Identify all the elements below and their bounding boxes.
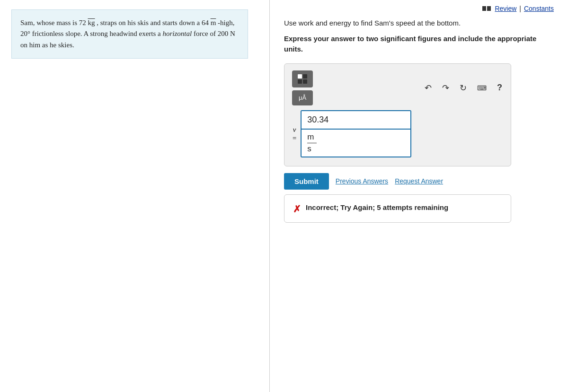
buttons-row: Submit Previous Answers Request Answer <box>284 173 554 190</box>
feedback-box: ✗ Incorrect; Try Again; 5 attempts remai… <box>284 194 511 223</box>
horizontal-em: horizontal <box>163 30 192 37</box>
grid-button[interactable] <box>292 70 313 87</box>
keyboard-button[interactable]: ⌨ <box>476 83 488 93</box>
variable-equals: v = <box>292 125 297 142</box>
answer-number-input[interactable] <box>302 111 410 130</box>
top-links-bar: Review | Constants <box>284 5 554 12</box>
toolbar-right: ↶ ↷ ↻ ⌨ ? <box>424 82 503 94</box>
fraction-display[interactable]: m s <box>302 130 410 157</box>
previous-answers-button[interactable]: Previous Answers <box>336 177 388 185</box>
redo-button[interactable]: ↷ <box>441 82 450 94</box>
grid-icon <box>298 74 307 84</box>
incorrect-icon: ✗ <box>293 203 301 215</box>
express-text: Express your answer to two significant f… <box>284 34 554 55</box>
separator: | <box>519 5 521 12</box>
undo-button[interactable]: ↶ <box>424 82 433 94</box>
instruction-text: Use work and energy to find Sam's speed … <box>284 18 554 29</box>
constants-link[interactable]: Constants <box>524 5 554 12</box>
right-panel: Review | Constants Use work and energy t… <box>270 0 568 392</box>
problem-box: Sam, whose mass is 72 kg , straps on his… <box>11 9 248 59</box>
review-link[interactable]: Review <box>495 5 516 12</box>
variable-label: v <box>292 125 297 134</box>
refresh-button[interactable]: ↻ <box>459 82 468 94</box>
request-answer-button[interactable]: Request Answer <box>395 177 443 185</box>
left-panel: Sam, whose mass is 72 kg , straps on his… <box>0 0 270 392</box>
kg-unit: kg <box>88 19 95 26</box>
fraction-input-area: v = m s <box>292 110 503 157</box>
toolbar: μÅ ↶ ↷ ↻ ⌨ ? <box>292 70 503 105</box>
review-icon <box>482 6 491 11</box>
fraction-numerator: m <box>307 132 317 143</box>
mu-button[interactable]: μÅ <box>292 90 313 105</box>
mu-label: μÅ <box>299 94 306 101</box>
answer-container: μÅ ↶ ↷ ↻ ⌨ ? v = m s <box>284 63 511 166</box>
help-button[interactable]: ? <box>496 82 503 94</box>
toolbar-left: μÅ <box>292 70 313 105</box>
submit-button[interactable]: Submit <box>284 173 329 190</box>
problem-text: Sam, whose mass is 72 kg , straps on his… <box>20 17 239 51</box>
m-unit: m <box>211 19 216 26</box>
feedback-text: Incorrect; Try Again; 5 attempts remaini… <box>306 202 448 212</box>
answer-input-wrapper: m s <box>301 110 411 157</box>
equals-label: = <box>292 134 297 142</box>
fraction-denominator: s <box>307 143 311 154</box>
